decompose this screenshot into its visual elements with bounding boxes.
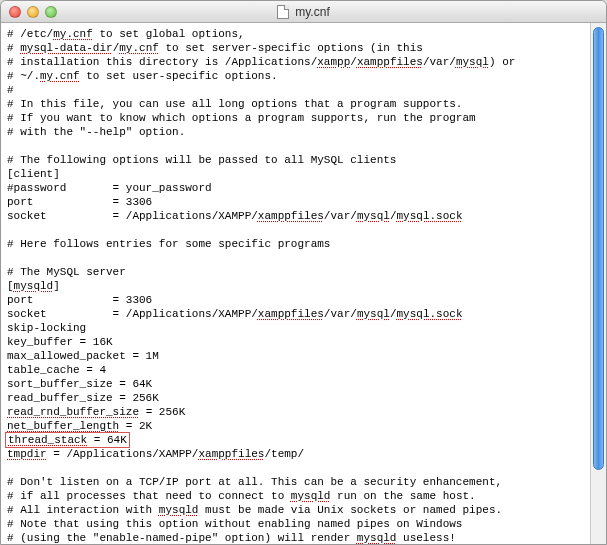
content-area: # /etc/my.cnf to set global options,# my… — [1, 23, 606, 544]
editor-line[interactable]: # with the "--help" option. — [7, 125, 584, 139]
editor-line[interactable] — [7, 139, 584, 153]
editor-line[interactable]: read_buffer_size = 256K — [7, 391, 584, 405]
editor-line[interactable]: socket = /Applications/XAMPP/xamppfiles/… — [7, 209, 584, 223]
editor-line[interactable]: key_buffer = 16K — [7, 335, 584, 349]
editor-line[interactable]: # The MySQL server — [7, 265, 584, 279]
vertical-scrollbar[interactable] — [590, 23, 606, 544]
titlebar[interactable]: my.cnf — [1, 1, 606, 23]
highlighted-line: thread_stack = 64K — [5, 432, 130, 448]
editor-line[interactable]: # installation this directory is /Applic… — [7, 55, 584, 69]
editor-line[interactable]: socket = /Applications/XAMPP/xamppfiles/… — [7, 307, 584, 321]
editor-line[interactable] — [7, 461, 584, 475]
editor-line[interactable]: port = 3306 — [7, 195, 584, 209]
minimize-button[interactable] — [27, 6, 39, 18]
editor-line[interactable] — [7, 223, 584, 237]
editor-line[interactable]: table_cache = 4 — [7, 363, 584, 377]
title-wrap: my.cnf — [1, 5, 606, 19]
editor-line[interactable]: sort_buffer_size = 64K — [7, 377, 584, 391]
editor-line[interactable]: # Don't listen on a TCP/IP port at all. … — [7, 475, 584, 489]
editor-line[interactable]: # mysql-data-dir/my.cnf to set server-sp… — [7, 41, 584, 55]
traffic-lights — [1, 6, 57, 18]
editor-line[interactable]: # Here follows entries for some specific… — [7, 237, 584, 251]
editor-window: my.cnf # /etc/my.cnf to set global optio… — [0, 0, 607, 545]
window-title: my.cnf — [295, 5, 329, 19]
editor-line[interactable]: # (using the "enable-named-pipe" option)… — [7, 531, 584, 544]
editor-line[interactable]: # If you want to know which options a pr… — [7, 111, 584, 125]
editor-line[interactable]: # if all processes that need to connect … — [7, 489, 584, 503]
zoom-button[interactable] — [45, 6, 57, 18]
editor-line[interactable]: # /etc/my.cnf to set global options, — [7, 27, 584, 41]
editor-line[interactable]: # The following options will be passed t… — [7, 153, 584, 167]
editor-line[interactable]: # ~/.my.cnf to set user-specific options… — [7, 69, 584, 83]
editor-line[interactable]: # In this file, you can use all long opt… — [7, 97, 584, 111]
editor-line[interactable]: net_buffer_length = 2K — [7, 419, 584, 433]
editor-line[interactable] — [7, 251, 584, 265]
document-icon — [277, 5, 289, 19]
editor-line[interactable]: skip-locking — [7, 321, 584, 335]
editor-line[interactable]: tmpdir = /Applications/XAMPP/xamppfiles/… — [7, 447, 584, 461]
editor-line[interactable]: read_rnd_buffer_size = 256K — [7, 405, 584, 419]
editor-line[interactable]: port = 3306 — [7, 293, 584, 307]
editor-line[interactable]: # All interaction with mysqld must be ma… — [7, 503, 584, 517]
scrollbar-thumb[interactable] — [593, 27, 604, 470]
editor-line[interactable]: max_allowed_packet = 1M — [7, 349, 584, 363]
editor-line[interactable]: # — [7, 83, 584, 97]
editor-line[interactable]: [mysqld] — [7, 279, 584, 293]
close-button[interactable] — [9, 6, 21, 18]
editor-line[interactable]: # Note that using this option without en… — [7, 517, 584, 531]
editor-line[interactable]: #password = your_password — [7, 181, 584, 195]
editor-line[interactable]: thread_stack = 64K — [7, 433, 584, 447]
text-editor[interactable]: # /etc/my.cnf to set global options,# my… — [1, 23, 590, 544]
editor-line[interactable]: [client] — [7, 167, 584, 181]
